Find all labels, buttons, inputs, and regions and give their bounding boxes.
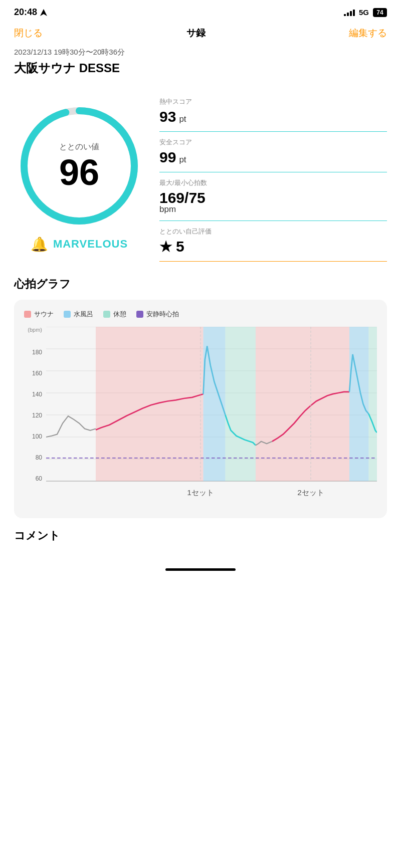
session-place: 大阪サウナ DESSE bbox=[14, 60, 387, 76]
legend-dot-sauna bbox=[24, 311, 31, 318]
safety-score-label: 安全スコア bbox=[159, 138, 387, 147]
time-display: 20:48 bbox=[14, 7, 37, 18]
battery-indicator: 74 bbox=[373, 8, 387, 17]
circle-value: 96 bbox=[59, 154, 99, 190]
legend-dot-rest bbox=[103, 311, 110, 318]
marvelous-icon: 🔔 bbox=[31, 236, 48, 253]
graph-section-title: 心拍グラフ bbox=[14, 277, 387, 292]
circle-gauge: ととのい値 96 bbox=[14, 101, 144, 231]
edit-button[interactable]: 編集する bbox=[349, 27, 387, 40]
chart-container: (bpm) 180 160 140 120 100 80 60 _ bbox=[24, 327, 377, 503]
status-right: 5G 74 bbox=[344, 8, 387, 17]
focus-score-item: 熱中スコア 93 pt bbox=[159, 91, 387, 132]
focus-score-label: 熱中スコア bbox=[159, 97, 387, 106]
safety-score-item: 安全スコア 99 pt bbox=[159, 132, 387, 172]
focus-score-value: 93 pt bbox=[159, 108, 387, 125]
y-axis: (bpm) 180 160 140 120 100 80 60 _ bbox=[24, 327, 46, 503]
svg-text:1セット: 1セット bbox=[187, 488, 214, 497]
circle-label: ととのい値 bbox=[59, 141, 99, 152]
heart-rate-item: 最大/最小心拍数 169/75 bpm bbox=[159, 172, 387, 221]
graph-section: 心拍グラフ サウナ 水風呂 休憩 安静時心拍 bbox=[14, 277, 387, 518]
main-content: 2023/12/13 19時30分〜20時36分 大阪サウナ DESSE ととの… bbox=[0, 48, 401, 518]
graph-legend: サウナ 水風呂 休憩 安静時心拍 bbox=[24, 310, 377, 319]
score-section: ととのい値 96 🔔 MARVELOUS 熱中スコア 93 pt 安全スコア bbox=[14, 91, 387, 262]
status-time: 20:48 bbox=[14, 7, 47, 18]
marvelous-badge: 🔔 MARVELOUS bbox=[31, 236, 128, 253]
signal-bars bbox=[344, 9, 355, 16]
status-bar: 20:48 5G 74 bbox=[0, 0, 401, 22]
heart-rate-label: 最大/最小心拍数 bbox=[159, 178, 387, 187]
nav-bar: 閉じる サ録 編集する bbox=[0, 22, 401, 48]
location-icon bbox=[40, 9, 47, 16]
self-rating-value: ★ 5 bbox=[159, 238, 387, 255]
comment-title: コメント bbox=[14, 528, 387, 543]
safety-score-value: 99 pt bbox=[159, 149, 387, 166]
legend-dot-cold-bath bbox=[64, 311, 71, 318]
stats-right: 熱中スコア 93 pt 安全スコア 99 pt 最大/最小心拍数 169/75 bbox=[159, 91, 387, 262]
home-indicator bbox=[0, 558, 401, 576]
circle-inner: ととのい値 96 bbox=[59, 141, 99, 190]
legend-cold-bath: 水風呂 bbox=[64, 310, 93, 319]
nav-title: サ録 bbox=[186, 27, 206, 40]
legend-dot-resting-hr bbox=[136, 311, 143, 318]
self-rating-label: ととのい自己評価 bbox=[159, 227, 387, 236]
chart-svg-wrapper: 1セット 2セット bbox=[46, 327, 377, 503]
svg-text:2セット: 2セット bbox=[297, 488, 324, 497]
session-datetime: 2023/12/13 19時30分〜20時36分 bbox=[14, 48, 387, 57]
star-icon: ★ bbox=[159, 239, 172, 255]
heart-rate-value: 169/75 bpm bbox=[159, 189, 387, 214]
marvelous-text: MARVELOUS bbox=[53, 238, 128, 251]
close-button[interactable]: 閉じる bbox=[14, 27, 43, 40]
heart-rate-chart: 1セット 2セット bbox=[46, 327, 377, 503]
home-bar bbox=[165, 568, 236, 571]
legend-resting-hr: 安静時心拍 bbox=[136, 310, 179, 319]
self-rating-item: ととのい自己評価 ★ 5 bbox=[159, 221, 387, 262]
legend-rest: 休憩 bbox=[103, 310, 126, 319]
comment-section: コメント bbox=[0, 528, 401, 543]
legend-sauna: サウナ bbox=[24, 310, 54, 319]
network-type: 5G bbox=[359, 8, 369, 17]
graph-card: サウナ 水風呂 休憩 安静時心拍 (bpm) bbox=[14, 300, 387, 518]
